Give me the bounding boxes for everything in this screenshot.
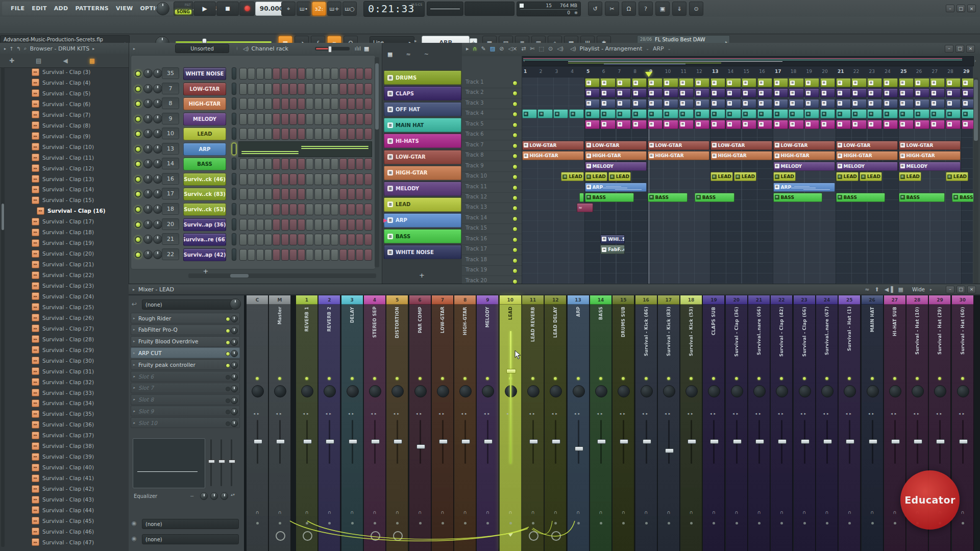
channel-enable-led[interactable] [135, 221, 141, 228]
playlist-track-header[interactable]: Track 13 [462, 203, 522, 213]
step-button[interactable] [289, 128, 297, 140]
channel-button[interactable]: ARP [183, 143, 226, 156]
strip-fx-led[interactable] [374, 522, 376, 524]
playlist-clip[interactable]: ≡ [616, 88, 631, 97]
save-button[interactable]: ▣ [655, 2, 670, 16]
mixer-strip-26[interactable]: 26MAIN HAT◂▸∩ [862, 295, 884, 551]
step-button[interactable] [331, 98, 338, 110]
step-button[interactable] [298, 234, 305, 245]
strip-fx-led[interactable] [668, 522, 670, 524]
close-button[interactable]: × [966, 45, 975, 53]
strip-pan-knob[interactable] [618, 385, 630, 397]
strip-mute-led[interactable] [645, 377, 648, 380]
strip-number-tab[interactable]: 3 [341, 295, 363, 305]
close-button[interactable]: × [967, 286, 976, 293]
eq-band-2-handle[interactable] [218, 460, 225, 463]
strip-pan-knob[interactable] [731, 385, 743, 397]
step-button[interactable] [281, 158, 289, 170]
channel-button[interactable]: Surviva..re (66) [183, 233, 226, 246]
track-enable-led[interactable] [512, 102, 518, 107]
strip-fx-led[interactable] [780, 522, 783, 524]
strip-collapse-icon[interactable]: ∩ [386, 510, 408, 515]
step-button[interactable] [314, 128, 322, 140]
fx-slot[interactable]: FabFilter Pro-Q [131, 324, 240, 335]
step-button[interactable] [323, 128, 330, 140]
playlist-clip[interactable]: ≡ [600, 109, 615, 118]
playlist-track-header[interactable]: Track 17 [462, 244, 522, 255]
strip-fx-led[interactable] [758, 522, 761, 524]
step-button[interactable] [323, 219, 330, 231]
fx-slot[interactable]: Fruity peak controller [131, 359, 240, 370]
send-1-value[interactable]: (none) [142, 519, 239, 529]
strip-collapse-icon[interactable]: ∩ [500, 510, 521, 515]
playlist-clip[interactable]: ≡ [773, 99, 788, 108]
strip-fader-handle[interactable] [801, 439, 810, 444]
step-button[interactable] [248, 173, 255, 185]
step-button[interactable] [314, 173, 322, 185]
channel-target-pill[interactable] [232, 203, 236, 215]
step-button[interactable] [273, 188, 280, 200]
strip-stereo-arrows[interactable]: ◂▸ [839, 412, 860, 416]
step-button[interactable] [298, 219, 305, 231]
strip-mute-led[interactable] [848, 377, 851, 380]
mixer-strip-18[interactable]: 18Survival - Kick (53)◂▸∩ [680, 295, 702, 551]
patterns-filter-icon[interactable]: ▦ [387, 51, 393, 58]
playlist-clip[interactable]: ≡HIGH-GTAR [585, 151, 647, 160]
strip-stereo-arrows[interactable]: ◂▸ [658, 412, 679, 416]
playlist-clip[interactable]: ≡BASS [836, 193, 886, 202]
step-button[interactable] [256, 234, 264, 245]
step-button[interactable] [289, 173, 297, 185]
playlist-track-header[interactable]: Track 18 [462, 255, 522, 266]
playlist-clip[interactable]: ≡ [946, 88, 961, 97]
step-button[interactable] [331, 219, 338, 231]
step-button[interactable] [239, 98, 247, 110]
mixer-strip-19[interactable]: 19CLAPS SUB◂▸∩ [703, 295, 725, 551]
playlist-clip[interactable]: ≡ [537, 109, 552, 118]
picker-pattern[interactable]: ≡HI-HATS [384, 134, 461, 148]
playlist-clip[interactable]: ≡ [867, 109, 882, 118]
channel-mixer-track-number[interactable]: 14 [162, 158, 179, 169]
strip-mute-led[interactable] [278, 377, 281, 380]
step-button[interactable] [323, 204, 330, 215]
step-button[interactable] [298, 68, 305, 80]
step-button[interactable] [356, 83, 363, 95]
snap-magnet-icon[interactable]: ∩ [473, 45, 477, 52]
strip-stereo-arrows[interactable]: ◂▸ [906, 412, 928, 416]
stop-button[interactable]: ■ [216, 2, 239, 16]
mixer-strip-M[interactable]: MMaster◂▸∩ [269, 295, 291, 551]
step-button[interactable] [281, 83, 289, 95]
step-button[interactable] [356, 173, 363, 185]
step-button[interactable] [356, 249, 363, 261]
strip-fader-handle[interactable] [710, 439, 719, 444]
strip-stereo-arrows[interactable]: ◂▸ [545, 412, 566, 416]
playlist-track-header[interactable]: Track 10 [462, 171, 522, 182]
playlist-pattern-chevron[interactable]: ⌄ [668, 46, 671, 51]
step-button[interactable] [331, 204, 338, 215]
strip-mute-led[interactable] [961, 377, 964, 380]
channel-pan-knob[interactable] [143, 69, 153, 78]
strip-collapse-icon[interactable]: ∩ [590, 510, 611, 515]
step-button[interactable] [364, 158, 372, 170]
playlist-clip[interactable]: ≡ [899, 88, 914, 97]
strip-stereo-arrows[interactable]: ◂▸ [454, 412, 476, 416]
step-button[interactable] [331, 113, 338, 125]
strip-collapse-icon[interactable]: ∩ [635, 510, 657, 515]
step-button[interactable] [306, 113, 313, 125]
strip-send-knob[interactable] [551, 531, 561, 541]
strip-collapse-icon[interactable]: ∩ [726, 510, 747, 515]
step-button[interactable] [281, 204, 289, 215]
fx-slot-enable-led[interactable] [226, 363, 230, 368]
strip-number-tab[interactable]: 7 [432, 295, 453, 305]
strip-number-tab[interactable]: 1 [296, 295, 317, 305]
fx-slot-enable-led[interactable] [226, 340, 230, 345]
strip-pan-knob[interactable] [685, 385, 698, 397]
mixer-strip-2[interactable]: 2REVERB 2◂▸∩ [318, 295, 340, 551]
strip-send-knob[interactable] [303, 531, 312, 541]
playlist-clip[interactable]: ≡ [820, 88, 835, 97]
strip-pan-knob[interactable] [663, 385, 675, 397]
playlist-clip[interactable]: ≡ [663, 88, 678, 97]
strip-stereo-arrows[interactable]: ◂▸ [929, 412, 950, 416]
channel-mixer-track-number[interactable]: 9 [162, 113, 179, 124]
step-button[interactable] [339, 83, 347, 95]
playlist-clip[interactable]: ≡LOW-GTAR [585, 141, 647, 150]
